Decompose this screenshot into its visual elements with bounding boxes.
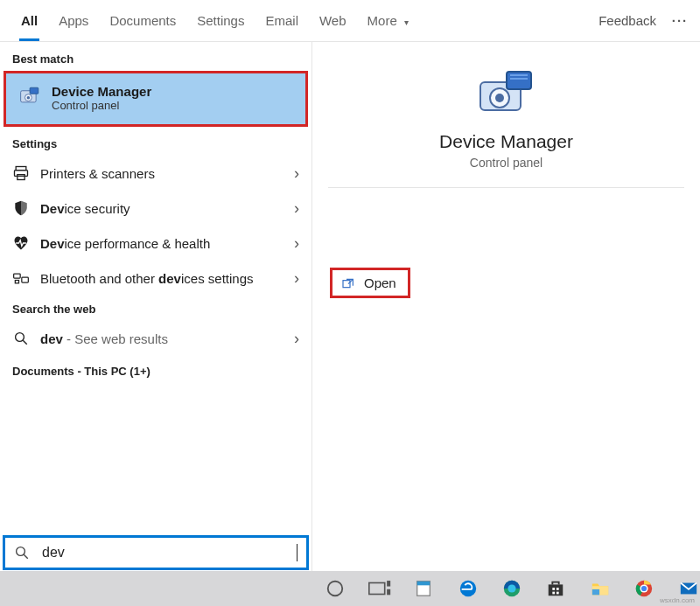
web-search-query: dev xyxy=(40,331,63,346)
svg-rect-25 xyxy=(387,589,390,596)
tab-web[interactable]: Web xyxy=(309,2,357,40)
watermark: wsxdn.com xyxy=(660,596,695,604)
tab-apps[interactable]: Apps xyxy=(48,2,99,40)
device-manager-icon xyxy=(18,86,43,110)
svg-rect-9 xyxy=(15,281,18,283)
settings-device-security[interactable]: Device security › xyxy=(0,191,312,226)
file-explorer-icon[interactable] xyxy=(412,576,435,601)
text-caret xyxy=(297,544,298,561)
chevron-right-icon: › xyxy=(294,165,299,181)
list-item-label: Bluetooth and other devices settings xyxy=(40,271,284,286)
divider xyxy=(328,187,684,188)
svg-rect-33 xyxy=(553,588,556,590)
svg-rect-35 xyxy=(553,592,556,595)
tab-more[interactable]: More ▾ xyxy=(357,2,419,40)
svg-rect-32 xyxy=(549,584,564,596)
file-explorer-folder-icon[interactable] xyxy=(589,576,612,601)
section-settings: Settings xyxy=(0,130,312,156)
search-icon xyxy=(14,545,30,561)
svg-rect-27 xyxy=(417,582,430,586)
svg-line-11 xyxy=(23,340,27,345)
svg-rect-8 xyxy=(22,277,29,282)
tab-settings[interactable]: Settings xyxy=(186,2,255,40)
chevron-right-icon: › xyxy=(294,270,299,286)
search-input[interactable] xyxy=(40,544,290,561)
search-icon xyxy=(12,330,30,347)
edge-chromium-icon[interactable] xyxy=(500,576,523,601)
svg-rect-38 xyxy=(592,589,599,595)
svg-point-22 xyxy=(328,582,343,596)
open-button[interactable]: Open xyxy=(330,268,410,298)
chevron-right-icon: › xyxy=(294,331,299,346)
shield-icon xyxy=(12,199,30,217)
settings-device-performance-health[interactable]: Device performance & health › xyxy=(0,226,312,261)
preview-title: Device Manager xyxy=(312,131,700,152)
svg-point-3 xyxy=(27,96,31,100)
search-results-area: Best match Device Manager Control panel … xyxy=(0,42,700,571)
svg-rect-23 xyxy=(368,583,384,595)
list-item-label: Device performance & health xyxy=(40,236,284,251)
microsoft-store-icon[interactable] xyxy=(544,576,567,601)
svg-point-17 xyxy=(495,94,504,102)
task-view-icon[interactable] xyxy=(368,576,390,601)
svg-point-20 xyxy=(17,547,25,556)
settings-bluetooth-devices[interactable]: Bluetooth and other devices settings › xyxy=(0,261,312,296)
svg-rect-34 xyxy=(556,588,559,590)
list-item-label: dev - See web results xyxy=(40,331,284,346)
best-match-title: Device Manager xyxy=(52,84,151,99)
section-documents-this-pc[interactable]: Documents - This PC (1+) xyxy=(0,356,312,387)
section-best-match: Best match xyxy=(0,45,312,71)
preview-subtitle: Control panel xyxy=(312,156,700,170)
svg-point-10 xyxy=(16,333,24,342)
svg-rect-36 xyxy=(556,592,559,595)
search-box[interactable] xyxy=(3,535,309,570)
chevron-down-icon: ▾ xyxy=(404,17,409,27)
section-search-web: Search the web xyxy=(0,296,312,321)
best-match-subtitle: Control panel xyxy=(52,99,151,112)
feedback-link[interactable]: Feedback xyxy=(588,2,667,40)
tab-documents[interactable]: Documents xyxy=(99,2,186,40)
web-search-suffix: - See web results xyxy=(66,331,168,346)
svg-rect-7 xyxy=(14,274,21,278)
chevron-right-icon: › xyxy=(294,235,299,251)
list-item-label: Device security xyxy=(40,201,284,216)
best-match-device-manager[interactable]: Device Manager Control panel xyxy=(4,71,308,127)
preview-device-manager-icon xyxy=(472,66,542,115)
tab-more-label: More xyxy=(368,13,397,28)
edge-legacy-icon[interactable] xyxy=(456,576,479,601)
cortana-icon[interactable] xyxy=(324,576,346,601)
svg-rect-1 xyxy=(30,87,38,94)
results-list: Best match Device Manager Control panel … xyxy=(0,42,312,571)
tab-all[interactable]: All xyxy=(10,2,48,40)
printer-icon xyxy=(12,164,30,182)
heart-icon xyxy=(12,234,30,252)
svg-line-21 xyxy=(24,554,28,559)
chevron-right-icon: › xyxy=(294,200,299,216)
taskbar: wsxdn.com xyxy=(0,571,700,606)
tab-email[interactable]: Email xyxy=(255,2,309,40)
list-item-label: Printers & scanners xyxy=(40,166,284,181)
open-app-icon xyxy=(341,276,355,290)
svg-point-41 xyxy=(641,586,647,591)
svg-rect-6 xyxy=(18,175,24,180)
result-preview-pane: Device Manager Control panel Open xyxy=(312,42,700,571)
settings-printers-scanners[interactable]: Printers & scanners › xyxy=(0,156,312,191)
svg-point-31 xyxy=(508,584,515,592)
open-button-label: Open xyxy=(364,275,396,290)
svg-rect-24 xyxy=(387,581,390,587)
chrome-icon[interactable] xyxy=(633,576,655,601)
more-options-icon[interactable]: ··· xyxy=(667,2,693,40)
bluetooth-icon xyxy=(12,269,30,287)
search-filter-tabs: All Apps Documents Settings Email Web Mo… xyxy=(0,0,700,42)
web-search-dev[interactable]: dev - See web results › xyxy=(0,321,312,356)
